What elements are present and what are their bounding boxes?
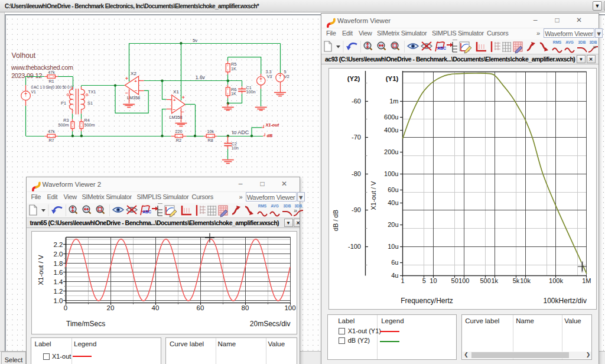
svg-text:10k: 10k bbox=[207, 129, 214, 134]
svg-text:10: 10 bbox=[430, 277, 437, 284]
svg-text:Time/mSecs: Time/mSecs bbox=[66, 320, 105, 328]
svg-text:-60: -60 bbox=[352, 98, 361, 105]
svg-text:1.0: 1.0 bbox=[53, 297, 63, 304]
svg-text:S1: S1 bbox=[87, 100, 93, 106]
svg-text:−: − bbox=[173, 107, 175, 112]
svg-text:10k: 10k bbox=[520, 277, 531, 284]
svg-text:X1-out / V: X1-out / V bbox=[37, 255, 44, 285]
svg-text:100n: 100n bbox=[246, 89, 256, 95]
svg-text:-80: -80 bbox=[352, 170, 361, 177]
svg-text:5k: 5k bbox=[512, 277, 519, 284]
svg-text:V1: V1 bbox=[31, 90, 36, 94]
svg-text:3DB: 3DB bbox=[578, 40, 586, 44]
svg-text:500m: 500m bbox=[84, 122, 95, 128]
svg-text:−: − bbox=[125, 90, 128, 96]
svg-text:100: 100 bbox=[458, 277, 469, 284]
svg-text:to ADC: to ADC bbox=[232, 129, 249, 135]
svg-text:-70: -70 bbox=[352, 134, 361, 141]
svg-text:60: 60 bbox=[197, 304, 204, 311]
svg-text:R8: R8 bbox=[208, 138, 213, 143]
svg-text:10u: 10u bbox=[388, 243, 398, 250]
svg-text:600u: 600u bbox=[384, 113, 398, 121]
svg-text:+: + bbox=[173, 98, 176, 103]
svg-text:(Y1): (Y1) bbox=[385, 75, 398, 82]
svg-text:ABC: ABC bbox=[437, 46, 446, 50]
svg-text:1K: 1K bbox=[231, 66, 236, 72]
svg-text:0 AC 1 0 Sin(0 300 50 0 0): 0 AC 1 0 Sin(0 300 50 0 0) bbox=[31, 85, 73, 90]
svg-text:47k: 47k bbox=[48, 129, 55, 134]
svg-text:P1: P1 bbox=[61, 100, 66, 106]
svg-text:2.2: 2.2 bbox=[53, 240, 63, 248]
svg-text:1: 1 bbox=[401, 277, 404, 284]
svg-text:R2: R2 bbox=[176, 138, 181, 143]
svg-text:−: − bbox=[135, 88, 138, 93]
svg-text:40u: 40u bbox=[388, 199, 398, 206]
svg-text:200u: 200u bbox=[384, 148, 398, 155]
svg-text:47k: 47k bbox=[48, 70, 55, 75]
svg-text:V3: V3 bbox=[267, 74, 272, 79]
svg-text:1k: 1k bbox=[491, 277, 498, 284]
svg-text:1m: 1m bbox=[389, 98, 398, 105]
svg-text:ABC: ABC bbox=[142, 210, 151, 214]
svg-text:50: 50 bbox=[451, 277, 458, 284]
svg-text:TX1: TX1 bbox=[88, 89, 96, 95]
svg-text:40: 40 bbox=[152, 304, 160, 311]
svg-text:1.4: 1.4 bbox=[53, 278, 63, 285]
svg-text:-100: -100 bbox=[347, 243, 360, 250]
svg-text:5v: 5v bbox=[193, 38, 197, 43]
svg-text:AVG: AVG bbox=[271, 204, 279, 208]
svg-text:100kHertz/div: 100kHertz/div bbox=[543, 297, 586, 305]
svg-text:LM358: LM358 bbox=[170, 115, 183, 120]
svg-text:X1-out: X1-out bbox=[265, 122, 279, 128]
svg-text:AVG: AVG bbox=[565, 40, 574, 44]
svg-text:1M: 1M bbox=[582, 277, 591, 284]
svg-text:R7: R7 bbox=[48, 138, 54, 143]
svg-text:220: 220 bbox=[175, 129, 182, 134]
svg-text:1.6v: 1.6v bbox=[196, 74, 206, 80]
svg-text:100: 100 bbox=[284, 304, 295, 311]
svg-text:100k: 100k bbox=[549, 277, 563, 284]
svg-text:RMS: RMS bbox=[258, 204, 266, 208]
svg-text:X1-out / V: X1-out / V bbox=[369, 181, 376, 210]
svg-text:dB: dB bbox=[267, 133, 273, 138]
svg-text:1K: 1K bbox=[231, 91, 236, 96]
svg-text:V2: V2 bbox=[284, 74, 290, 79]
svg-text:80: 80 bbox=[242, 304, 249, 311]
svg-text:20u: 20u bbox=[388, 221, 398, 228]
svg-text:500m: 500m bbox=[58, 122, 69, 128]
svg-text:100u: 100u bbox=[384, 170, 398, 177]
svg-text:20: 20 bbox=[107, 304, 115, 311]
svg-text:dB / dB: dB / dB bbox=[331, 210, 339, 231]
svg-text:0: 0 bbox=[64, 304, 67, 311]
svg-text:R1: R1 bbox=[48, 79, 54, 84]
svg-text:1.6: 1.6 bbox=[53, 268, 63, 275]
svg-text:(Y2): (Y2) bbox=[347, 75, 360, 82]
svg-text:2.0: 2.0 bbox=[53, 250, 63, 257]
svg-text:X1: X1 bbox=[173, 89, 179, 95]
svg-text:1.2: 1.2 bbox=[53, 287, 63, 294]
svg-text:+: + bbox=[182, 95, 185, 100]
svg-text:4u: 4u bbox=[391, 272, 398, 279]
svg-text:400u: 400u bbox=[384, 126, 398, 134]
svg-text:20mSecs/div: 20mSecs/div bbox=[250, 320, 291, 328]
svg-text:10n: 10n bbox=[232, 145, 239, 151]
svg-text:6u: 6u bbox=[391, 259, 398, 266]
svg-text:−: − bbox=[181, 109, 184, 115]
svg-text:RMS: RMS bbox=[553, 40, 562, 44]
svg-text:3DB: 3DB bbox=[283, 204, 291, 208]
svg-text:+: + bbox=[125, 76, 128, 82]
svg-text:500: 500 bbox=[480, 277, 490, 284]
svg-text:-90: -90 bbox=[352, 206, 361, 213]
svg-text:2023-09-12: 2023-09-12 bbox=[11, 72, 42, 79]
svg-text:www.thebackshed.com: www.thebackshed.com bbox=[11, 64, 73, 71]
svg-text:Volhout: Volhout bbox=[12, 51, 36, 60]
svg-text:1.8: 1.8 bbox=[53, 259, 63, 266]
svg-text:60u: 60u bbox=[388, 186, 398, 193]
svg-text:X2: X2 bbox=[131, 71, 136, 76]
svg-text:5: 5 bbox=[422, 277, 425, 284]
svg-text:+: + bbox=[134, 79, 137, 84]
svg-text:Frequency/Hertz: Frequency/Hertz bbox=[401, 297, 453, 305]
